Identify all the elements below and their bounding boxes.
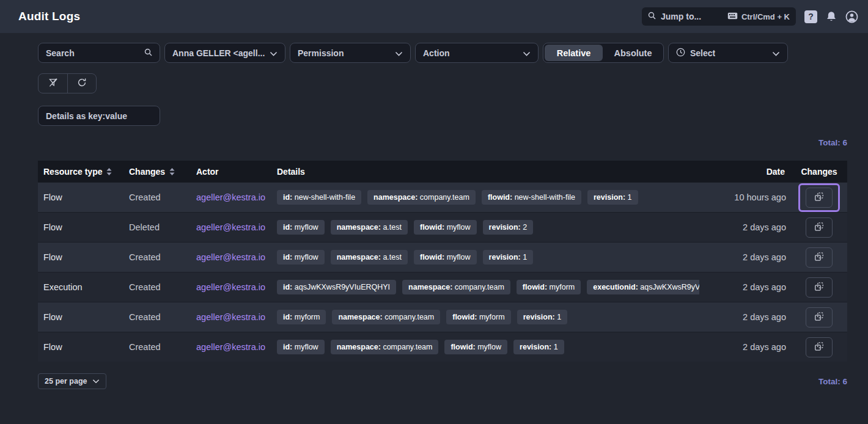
table-row: Flow Created ageller@kestra.io id: new-s… xyxy=(38,182,847,212)
cell-actor: ageller@kestra.io xyxy=(191,192,271,202)
detail-badge: id: aqsJwKXwsR9yVIuERQHYI xyxy=(277,280,396,294)
table-row: Flow Created ageller@kestra.io id: myfor… xyxy=(38,302,847,332)
detail-badge: namespace: company.team xyxy=(331,340,439,354)
header-actor: Actor xyxy=(191,167,271,177)
view-changes-button[interactable] xyxy=(806,217,833,238)
header-changes-diff: Changes xyxy=(791,167,847,177)
notifications-bell-icon[interactable] xyxy=(826,11,837,23)
chevron-down-icon xyxy=(92,377,100,386)
cell-date: 2 days ago xyxy=(699,312,791,322)
chevron-down-icon xyxy=(523,48,531,58)
header-changes[interactable]: Changes xyxy=(123,167,191,177)
clock-icon xyxy=(676,48,685,59)
detail-badge: id: myform xyxy=(277,310,326,324)
detail-badge: namespace: company.team xyxy=(402,280,510,294)
page-title: Audit Logs xyxy=(18,10,80,23)
clear-filters-button[interactable] xyxy=(39,74,67,93)
cell-changes-action xyxy=(791,213,847,242)
cell-changes-action xyxy=(791,273,847,302)
detail-badge: id: myflow xyxy=(277,340,325,354)
header-date: Date xyxy=(699,167,791,177)
actor-link[interactable]: ageller@kestra.io xyxy=(196,222,265,232)
cell-change: Created xyxy=(123,192,191,202)
per-page-label: 25 per page xyxy=(45,377,87,386)
cell-resource-type: Flow xyxy=(38,192,123,202)
user-filter-dropdown[interactable]: Anna GELLER <agell... xyxy=(164,43,285,63)
time-range-select-dropdown[interactable]: Select xyxy=(668,43,788,63)
search-input[interactable] xyxy=(46,48,144,58)
copy-diff-icon xyxy=(814,222,824,233)
table-body: Flow Created ageller@kestra.io id: new-s… xyxy=(38,182,847,362)
cell-changes-action xyxy=(791,333,847,362)
detail-badge: namespace: a.test xyxy=(331,250,408,265)
filter-off-icon xyxy=(48,78,58,90)
detail-badge: id: myflow xyxy=(277,250,325,265)
changes-button-wrap xyxy=(798,213,840,242)
view-changes-button[interactable] xyxy=(806,307,833,327)
table-header-row: Resource type Changes Actor Details Date… xyxy=(38,161,847,182)
header-resource-type[interactable]: Resource type xyxy=(38,167,123,177)
cell-date: 2 days ago xyxy=(699,252,791,262)
detail-badge: id: new-shell-with-file xyxy=(277,190,361,205)
actor-link[interactable]: ageller@kestra.io xyxy=(196,312,265,322)
detail-badge: flowid: myflow xyxy=(414,250,477,265)
detail-badge: revision: 2 xyxy=(483,220,534,235)
view-changes-button[interactable] xyxy=(806,188,833,208)
view-changes-button[interactable] xyxy=(806,247,833,268)
header-details: Details xyxy=(271,167,699,177)
time-range-select-label: Select xyxy=(690,48,715,58)
help-icon[interactable]: ? xyxy=(804,10,817,23)
cell-details: id: myflownamespace: a.testflowid: myflo… xyxy=(271,250,699,265)
table-row: Flow Deleted ageller@kestra.io id: myflo… xyxy=(38,212,847,242)
details-filter-field[interactable] xyxy=(38,106,160,126)
audit-logs-table: Resource type Changes Actor Details Date… xyxy=(38,161,847,362)
table-row: Flow Created ageller@kestra.io id: myflo… xyxy=(38,242,847,272)
copy-diff-icon xyxy=(814,342,824,353)
copy-diff-icon xyxy=(814,282,824,293)
sort-icon[interactable] xyxy=(169,168,175,175)
cell-date: 10 hours ago xyxy=(699,192,791,202)
detail-badge: revision: 1 xyxy=(483,250,534,265)
changes-button-wrap xyxy=(798,333,840,362)
view-changes-button[interactable] xyxy=(806,277,833,298)
actor-link[interactable]: ageller@kestra.io xyxy=(196,282,265,292)
user-account-icon[interactable] xyxy=(845,10,858,23)
total-count-bottom: Total: 6 xyxy=(818,377,847,386)
cell-details: id: myflownamespace: company.teamflowid:… xyxy=(271,340,699,354)
search-field[interactable] xyxy=(38,43,160,63)
detail-badge: revision: 1 xyxy=(587,190,638,205)
detail-badge: flowid: myflow xyxy=(414,220,477,235)
chevron-down-icon xyxy=(270,48,278,58)
per-page-select[interactable]: 25 per page xyxy=(38,373,106,389)
changes-button-wrap xyxy=(798,183,840,212)
cell-details: id: myflownamespace: a.testflowid: myflo… xyxy=(271,220,699,235)
actor-link[interactable]: ageller@kestra.io xyxy=(196,252,265,262)
details-filter-input[interactable] xyxy=(46,111,152,121)
cell-change: Deleted xyxy=(123,222,191,232)
jump-to-search[interactable]: Jump to... Ctrl/Cmd + K xyxy=(642,7,796,26)
action-filter-dropdown[interactable]: Action xyxy=(415,43,539,63)
search-icon xyxy=(648,12,656,21)
refresh-icon xyxy=(77,78,87,90)
cell-details: id: aqsJwKXwsR9yVIuERQHYInamespace: comp… xyxy=(271,280,699,294)
cell-change: Created xyxy=(123,342,191,352)
cell-actor: ageller@kestra.io xyxy=(191,252,271,262)
search-icon xyxy=(144,48,152,58)
cell-actor: ageller@kestra.io xyxy=(191,342,271,352)
absolute-toggle-button[interactable]: Absolute xyxy=(604,45,662,61)
keyboard-icon xyxy=(727,12,738,21)
cell-details: id: myformnamespace: company.teamflowid:… xyxy=(271,310,699,324)
cell-actor: ageller@kestra.io xyxy=(191,312,271,322)
table-tools xyxy=(38,73,847,93)
cell-actor: ageller@kestra.io xyxy=(191,222,271,232)
actor-link[interactable]: ageller@kestra.io xyxy=(196,192,265,202)
refresh-button[interactable] xyxy=(67,74,96,93)
view-changes-button[interactable] xyxy=(806,337,833,357)
permission-filter-dropdown[interactable]: Permission xyxy=(290,43,411,63)
actor-link[interactable]: ageller@kestra.io xyxy=(196,342,265,352)
detail-badge: flowid: myform xyxy=(446,310,510,324)
copy-diff-icon xyxy=(814,192,824,203)
detail-badge: namespace: a.test xyxy=(331,220,408,235)
relative-toggle-button[interactable]: Relative xyxy=(545,45,603,61)
sort-icon[interactable] xyxy=(106,168,112,175)
